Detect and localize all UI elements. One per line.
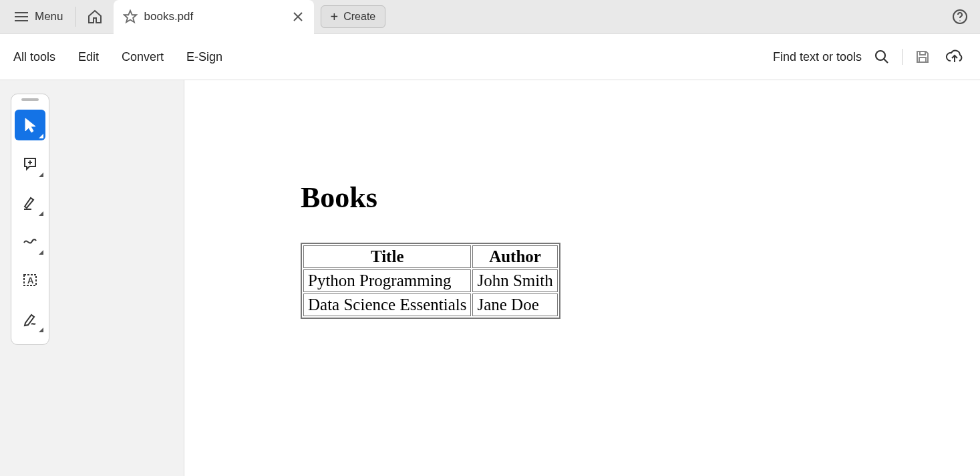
- search-icon: [874, 49, 890, 65]
- page-content: Books Title Author Python Programming Jo…: [184, 80, 980, 319]
- cell-author: John Smith: [472, 269, 557, 292]
- save-icon: [915, 49, 931, 65]
- highlight-icon: [22, 195, 38, 211]
- svg-point-4: [959, 20, 961, 21]
- cell-author: Jane Doe: [472, 293, 557, 316]
- star-icon[interactable]: [123, 9, 138, 24]
- table-row: Data Science Essentials Jane Doe: [303, 293, 558, 316]
- document-tab[interactable]: books.pdf: [114, 0, 314, 34]
- page-heading: Books: [301, 181, 980, 215]
- divider: [902, 49, 903, 65]
- secondary-toolbar: All tools Edit Convert E-Sign Find text …: [0, 34, 980, 80]
- help-button[interactable]: [948, 5, 972, 29]
- svg-text:A: A: [27, 275, 34, 285]
- cloud-upload-icon: [945, 49, 964, 65]
- svg-marker-0: [124, 11, 136, 22]
- svg-rect-7: [920, 51, 925, 55]
- books-table: Title Author Python Programming John Smi…: [301, 243, 560, 319]
- main-area: A Books Title Author: [0, 80, 980, 476]
- svg-point-5: [876, 51, 885, 60]
- tool-draw[interactable]: [15, 226, 45, 257]
- tool-sign[interactable]: [15, 304, 45, 334]
- table-header-row: Title Author: [303, 245, 558, 268]
- toolbar-item-esign[interactable]: E-Sign: [186, 50, 222, 64]
- svg-rect-8: [919, 57, 926, 62]
- create-label: Create: [343, 11, 375, 23]
- tool-select[interactable]: [15, 110, 45, 140]
- search-button[interactable]: [871, 46, 892, 68]
- hamburger-icon: [15, 12, 28, 21]
- tool-highlight[interactable]: [15, 187, 45, 218]
- cell-title: Data Science Essentials: [303, 293, 471, 316]
- tool-text-select[interactable]: A: [15, 265, 45, 295]
- tool-comment[interactable]: [15, 148, 45, 179]
- close-tab-button[interactable]: [290, 9, 306, 25]
- cloud-upload-button[interactable]: [943, 46, 967, 68]
- toolbar-item-edit[interactable]: Edit: [78, 50, 99, 64]
- home-button[interactable]: [81, 3, 108, 30]
- toolbar-item-convert[interactable]: Convert: [122, 50, 164, 64]
- cell-title: Python Programming: [303, 269, 471, 292]
- divider: [75, 7, 76, 27]
- toolbar-item-all-tools[interactable]: All tools: [13, 50, 55, 64]
- draw-icon: [22, 233, 38, 249]
- close-icon: [293, 11, 303, 22]
- menu-label: Menu: [35, 10, 63, 23]
- save-button[interactable]: [912, 46, 933, 68]
- left-sidebar: A: [0, 80, 184, 476]
- toolbar-right-group: Find text or tools: [773, 46, 967, 68]
- app-chrome-bar: Menu books.pdf + Create: [0, 0, 980, 34]
- tab-title: books.pdf: [144, 10, 283, 23]
- toolbar-left-group: All tools Edit Convert E-Sign: [13, 50, 222, 64]
- find-text-button[interactable]: Find text or tools: [773, 50, 862, 64]
- pen-icon: [22, 311, 38, 327]
- comment-icon: [22, 156, 38, 172]
- svg-line-6: [884, 59, 888, 63]
- col-header-author: Author: [472, 245, 557, 268]
- col-header-title: Title: [303, 245, 471, 268]
- svg-marker-9: [25, 118, 35, 132]
- strip-drag-handle[interactable]: [21, 98, 39, 101]
- menu-button[interactable]: Menu: [8, 6, 70, 27]
- home-icon: [87, 9, 103, 25]
- table-row: Python Programming John Smith: [303, 269, 558, 292]
- cursor-icon: [23, 117, 37, 133]
- tool-strip: A: [11, 94, 49, 345]
- create-button[interactable]: + Create: [321, 5, 386, 28]
- document-viewport[interactable]: Books Title Author Python Programming Jo…: [184, 80, 980, 476]
- text-select-icon: A: [22, 272, 38, 288]
- plus-icon: +: [331, 10, 339, 23]
- help-icon: [952, 9, 968, 25]
